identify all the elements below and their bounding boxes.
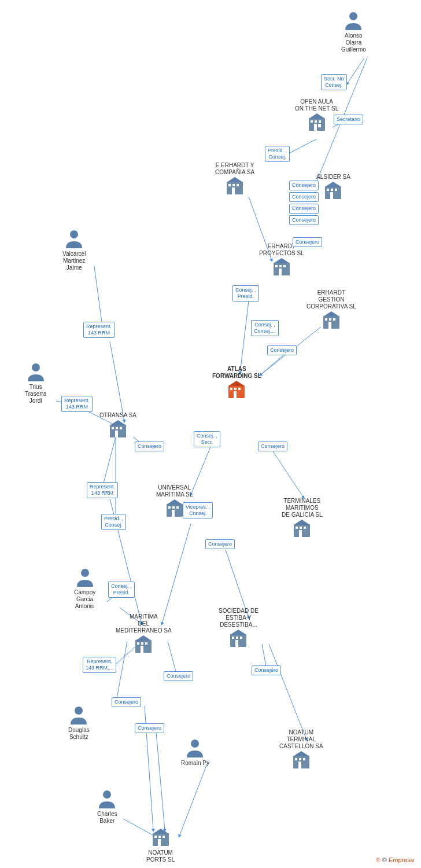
svg-line-14 — [273, 451, 304, 498]
badge-represent-3: Represent.143 RRM — [87, 482, 118, 498]
node-noatum-terminal: NOATUMTERMINALCASTELLON SA — [279, 728, 323, 771]
svg-rect-89 — [299, 530, 302, 537]
svg-point-33 — [70, 230, 78, 238]
svg-rect-91 — [300, 527, 302, 529]
svg-rect-49 — [232, 184, 235, 186]
svg-rect-41 — [318, 124, 321, 127]
svg-rect-79 — [116, 427, 118, 429]
svg-rect-40 — [314, 124, 317, 131]
svg-rect-67 — [329, 318, 331, 321]
svg-rect-85 — [172, 506, 175, 509]
node-alonso: AlonsoOlarraGuillermo — [341, 10, 366, 53]
node-romain: Romain Py — [181, 738, 209, 767]
badge-consej-consej: Consej. ,Consej.... — [251, 320, 279, 336]
svg-rect-65 — [328, 322, 331, 329]
badge-consejero-7: Consejero — [205, 539, 235, 549]
badge-represent-1: Represent.143 RRM — [83, 322, 115, 338]
svg-line-28 — [156, 732, 165, 830]
svg-marker-57 — [325, 182, 341, 187]
badge-consejero-1: Consejero — [289, 181, 319, 190]
svg-rect-107 — [298, 762, 301, 768]
svg-rect-90 — [296, 527, 298, 529]
badge-consejero-6: Consejero — [267, 345, 297, 355]
badge-consejero-2: Consejero — [289, 192, 319, 202]
svg-line-9 — [110, 341, 124, 421]
badge-represent-4: Represent.143 RRM,... — [83, 657, 116, 673]
badge-consej-secr: Consej. ,Secr. — [194, 431, 220, 447]
svg-marker-87 — [167, 499, 183, 505]
node-maritima: MARITIMADELMEDITERRANEO SA — [116, 612, 172, 655]
svg-marker-105 — [230, 630, 246, 635]
svg-line-0 — [347, 58, 364, 84]
badge-consejero-sociedad: Consejero — [252, 665, 281, 675]
node-noatum-ports: NOATUMPORTS SL — [146, 827, 175, 863]
watermark-text: © Empresa — [382, 856, 414, 863]
node-sociedad: SOCIEDAD DEESTIBA YDESESTIBA... — [219, 606, 258, 649]
badge-represent-2: Represent.143 RRM — [61, 396, 93, 412]
svg-line-31 — [269, 644, 306, 740]
svg-rect-50 — [237, 184, 239, 186]
svg-rect-53 — [330, 192, 333, 199]
svg-marker-81 — [110, 420, 126, 425]
badge-consejero-otransa: Consejero — [135, 442, 164, 451]
svg-marker-45 — [309, 113, 325, 119]
badge-presid-consej-1: Presid. ,Consej. — [265, 146, 290, 162]
badge-consejero-4: Consejero — [289, 215, 319, 225]
badge-consejero-10: Consejero — [135, 723, 164, 733]
badge-vicepres-consej: Vicepres. ,Consej. — [183, 502, 213, 518]
svg-rect-92 — [304, 527, 306, 529]
node-erhardt-proyectos: ERHARDTPROYECTOS SL — [259, 242, 304, 278]
svg-rect-61 — [279, 265, 282, 267]
svg-rect-96 — [137, 642, 139, 645]
svg-rect-102 — [232, 637, 234, 639]
svg-rect-73 — [234, 388, 237, 390]
badge-consej-presid-1: Consej. ,Presid. — [232, 285, 259, 301]
svg-rect-74 — [238, 388, 241, 390]
svg-marker-51 — [227, 177, 243, 182]
badge-presid-consej-2: Presid. ,Consej. — [101, 514, 126, 530]
svg-rect-104 — [240, 637, 242, 639]
svg-point-32 — [349, 12, 357, 20]
svg-rect-48 — [228, 184, 231, 186]
svg-line-13 — [191, 446, 211, 495]
svg-point-34 — [32, 363, 40, 372]
diagram: AlonsoOlarraGuillermo ValcarcelMartinezJ… — [0, 0, 421, 868]
svg-marker-117 — [153, 829, 169, 834]
svg-rect-62 — [283, 265, 286, 267]
svg-rect-66 — [325, 318, 327, 321]
svg-rect-103 — [236, 637, 238, 639]
svg-rect-86 — [176, 506, 179, 509]
svg-rect-56 — [335, 189, 337, 191]
svg-point-38 — [103, 790, 111, 799]
svg-rect-101 — [235, 640, 238, 647]
badge-consejero-3: Consejero — [289, 204, 319, 214]
svg-marker-69 — [323, 311, 339, 317]
svg-rect-43 — [315, 120, 317, 123]
badge-consejero-9: Consejero — [112, 697, 141, 707]
badge-consejero-5: Consejero — [293, 237, 322, 247]
svg-rect-116 — [163, 836, 165, 838]
node-otransa: OTRANSA SA — [99, 411, 136, 440]
svg-point-37 — [191, 740, 199, 748]
svg-rect-72 — [230, 388, 232, 390]
svg-rect-59 — [279, 269, 282, 275]
svg-marker-99 — [135, 635, 152, 641]
svg-rect-55 — [331, 189, 333, 191]
svg-rect-47 — [232, 187, 235, 194]
svg-rect-78 — [112, 427, 114, 429]
svg-point-35 — [81, 569, 89, 577]
svg-rect-114 — [154, 836, 157, 838]
svg-rect-110 — [303, 758, 305, 760]
svg-rect-54 — [327, 189, 329, 191]
node-erhardt-gestion: ERHARDTGESTIONCORPORATIVA SL — [306, 288, 356, 331]
svg-line-7 — [260, 355, 283, 375]
badge-consejero-8: Consejero — [164, 671, 193, 681]
node-campoy: CampoyGarciaAntonio — [74, 567, 95, 610]
badge-consejero-atlas: Consejero — [258, 442, 287, 451]
svg-rect-97 — [141, 642, 143, 645]
svg-rect-80 — [120, 427, 122, 429]
svg-rect-44 — [319, 120, 321, 123]
svg-rect-84 — [168, 506, 171, 509]
node-open-aula: OPEN AULAON THE NET SL — [295, 97, 338, 133]
svg-rect-77 — [115, 431, 118, 437]
